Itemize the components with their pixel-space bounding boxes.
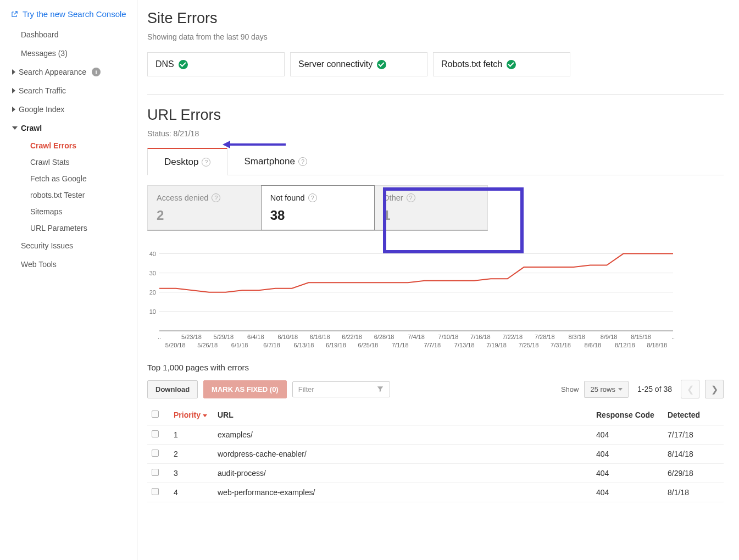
table-title: Top 1,000 pages with errors bbox=[147, 363, 724, 372]
svg-text:6/7/18: 6/7/18 bbox=[263, 342, 280, 348]
cell-priority: 2 bbox=[169, 445, 213, 464]
table-row[interactable]: 4web-performance-examples/4048/1/18 bbox=[147, 483, 724, 502]
errors-chart: 10203040..5/23/185/29/186/4/186/10/186/1… bbox=[147, 243, 724, 354]
sidebar-group-search-traffic[interactable]: Search Traffic bbox=[0, 81, 137, 100]
check-circle-icon bbox=[179, 60, 188, 69]
sidebar-item-sitemaps[interactable]: Sitemaps bbox=[0, 203, 137, 220]
rows-select[interactable]: 25 rows bbox=[584, 381, 629, 398]
svg-text:6/28/18: 6/28/18 bbox=[374, 334, 394, 340]
sidebar-item-messages[interactable]: Messages (3) bbox=[0, 44, 137, 63]
svg-text:40: 40 bbox=[149, 251, 156, 257]
svg-text:7/7/18: 7/7/18 bbox=[424, 342, 441, 348]
tab-desktop[interactable]: Desktop ? bbox=[147, 148, 227, 175]
sidebar-group-crawl[interactable]: Crawl bbox=[0, 119, 137, 137]
svg-text:5/29/18: 5/29/18 bbox=[214, 334, 234, 340]
column-header-url[interactable]: URL bbox=[213, 405, 592, 425]
cell-url: wordpress-cache-enabler/ bbox=[213, 445, 592, 464]
svg-text:7/1/18: 7/1/18 bbox=[392, 342, 409, 348]
svg-text:6/13/18: 6/13/18 bbox=[294, 342, 314, 348]
cell-detected: 8/14/18 bbox=[663, 445, 724, 464]
svg-marker-1 bbox=[223, 141, 230, 148]
svg-text:..: .. bbox=[158, 334, 161, 340]
table-row[interactable]: 2wordpress-cache-enabler/4048/14/18 bbox=[147, 445, 724, 464]
svg-text:10: 10 bbox=[149, 308, 156, 315]
svg-text:..: .. bbox=[671, 334, 675, 340]
show-label: Show bbox=[561, 385, 579, 393]
row-checkbox[interactable] bbox=[152, 450, 159, 457]
error-card-other[interactable]: Other? 1 bbox=[374, 186, 487, 230]
sidebar-item-web-tools[interactable]: Web Tools bbox=[0, 255, 137, 274]
cell-detected: 7/17/18 bbox=[663, 425, 724, 445]
svg-text:7/25/18: 7/25/18 bbox=[519, 342, 539, 348]
svg-text:30: 30 bbox=[149, 270, 156, 276]
svg-text:5/26/18: 5/26/18 bbox=[197, 342, 218, 348]
column-header-priority[interactable]: Priority bbox=[169, 405, 213, 425]
chevron-right-icon: ❯ bbox=[711, 384, 718, 395]
svg-text:8/3/18: 8/3/18 bbox=[568, 334, 585, 340]
download-button[interactable]: Download bbox=[147, 380, 198, 398]
help-icon: ? bbox=[407, 193, 415, 202]
svg-text:8/15/18: 8/15/18 bbox=[631, 334, 651, 340]
cell-url: web-performance-examples/ bbox=[213, 483, 592, 502]
external-link-icon bbox=[10, 10, 18, 18]
prev-page-button[interactable]: ❮ bbox=[681, 380, 699, 398]
caret-right-icon bbox=[12, 88, 15, 93]
svg-text:7/31/18: 7/31/18 bbox=[551, 342, 571, 348]
filter-icon bbox=[376, 385, 384, 393]
svg-text:8/6/18: 8/6/18 bbox=[585, 342, 602, 348]
svg-text:7/10/18: 7/10/18 bbox=[438, 334, 459, 340]
sidebar-group-google-index[interactable]: Google Index bbox=[0, 100, 137, 119]
cell-response-code: 404 bbox=[592, 464, 663, 483]
sidebar-group-search-appearance[interactable]: Search Appearance i bbox=[0, 63, 137, 81]
svg-text:6/16/18: 6/16/18 bbox=[310, 334, 330, 340]
next-page-button[interactable]: ❯ bbox=[705, 380, 724, 398]
svg-text:6/19/18: 6/19/18 bbox=[326, 342, 346, 348]
site-error-card-dns[interactable]: DNS bbox=[147, 52, 285, 76]
table-row[interactable]: 1examples/4047/17/18 bbox=[147, 425, 724, 445]
caret-down-icon bbox=[12, 126, 18, 130]
sidebar-item-url-parameters[interactable]: URL Parameters bbox=[0, 220, 137, 236]
sidebar-item-dashboard[interactable]: Dashboard bbox=[0, 25, 137, 44]
cell-response-code: 404 bbox=[592, 445, 663, 464]
table-row[interactable]: 3audit-process/4046/29/18 bbox=[147, 464, 724, 483]
svg-text:6/25/18: 6/25/18 bbox=[358, 342, 378, 348]
filter-input[interactable]: Filter bbox=[292, 381, 390, 397]
row-checkbox[interactable] bbox=[152, 469, 159, 476]
error-card-access-denied[interactable]: Access denied? 2 bbox=[148, 186, 262, 230]
site-error-card-server[interactable]: Server connectivity bbox=[290, 52, 427, 76]
svg-text:7/4/18: 7/4/18 bbox=[408, 334, 425, 340]
select-all-checkbox[interactable] bbox=[152, 411, 159, 418]
site-errors-subtitle: Showing data from the last 90 days bbox=[147, 32, 724, 41]
column-header-detected[interactable]: Detected bbox=[663, 405, 724, 425]
site-errors-heading: Site Errors bbox=[147, 10, 724, 27]
sidebar-item-crawl-errors[interactable]: Crawl Errors bbox=[0, 137, 137, 154]
cell-detected: 6/29/18 bbox=[663, 464, 724, 483]
svg-text:5/20/18: 5/20/18 bbox=[165, 342, 186, 348]
chevron-left-icon: ❮ bbox=[687, 384, 694, 395]
sidebar-item-robots-tester[interactable]: robots.txt Tester bbox=[0, 187, 137, 203]
svg-text:20: 20 bbox=[149, 289, 156, 296]
cell-url: audit-process/ bbox=[213, 464, 592, 483]
sidebar-item-crawl-stats[interactable]: Crawl Stats bbox=[0, 154, 137, 170]
cell-response-code: 404 bbox=[592, 483, 663, 502]
row-checkbox[interactable] bbox=[152, 488, 159, 495]
sidebar-item-fetch-as-google[interactable]: Fetch as Google bbox=[0, 170, 137, 187]
svg-text:6/4/18: 6/4/18 bbox=[247, 334, 264, 340]
mark-as-fixed-button[interactable]: MARK AS FIXED (0) bbox=[203, 380, 287, 398]
row-checkbox[interactable] bbox=[152, 430, 159, 437]
tab-smartphone[interactable]: Smartphone ? bbox=[227, 148, 324, 175]
site-error-card-robots[interactable]: Robots.txt fetch bbox=[433, 52, 570, 76]
svg-text:6/1/18: 6/1/18 bbox=[231, 342, 248, 348]
sidebar-item-security[interactable]: Security Issues bbox=[0, 236, 137, 255]
error-card-not-found[interactable]: Not found? 38 bbox=[261, 185, 375, 230]
cell-priority: 4 bbox=[169, 483, 213, 502]
cell-priority: 3 bbox=[169, 464, 213, 483]
caret-down-icon bbox=[618, 388, 623, 391]
help-icon: ? bbox=[308, 193, 317, 202]
url-errors-heading: URL Errors bbox=[147, 107, 724, 124]
help-icon: ? bbox=[298, 157, 307, 166]
column-header-response[interactable]: Response Code bbox=[592, 405, 663, 425]
url-errors-status: Status: 8/21/18 bbox=[147, 129, 724, 138]
site-errors-row: DNS Server connectivity Robots.txt fetch bbox=[147, 52, 724, 95]
try-new-console-link[interactable]: Try the new Search Console bbox=[0, 8, 137, 25]
